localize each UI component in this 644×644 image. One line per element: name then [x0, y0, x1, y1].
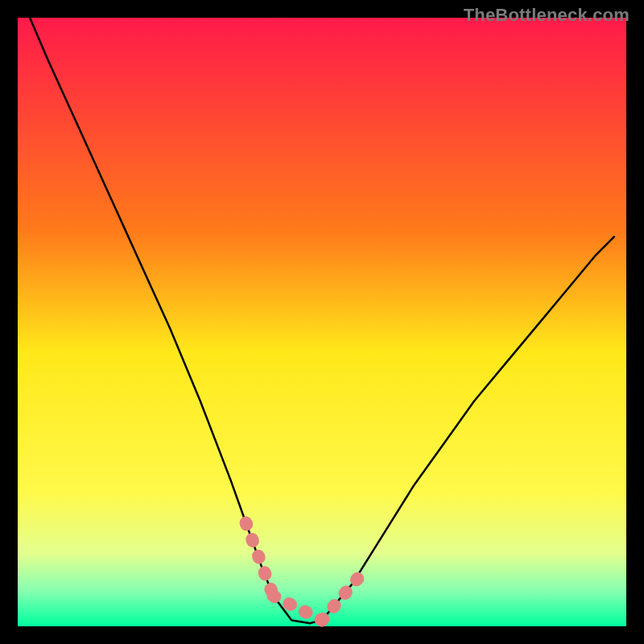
plot-background: [18, 18, 626, 626]
watermark-text: TheBottleneck.com: [464, 5, 630, 26]
chart-container: TheBottleneck.com: [0, 0, 644, 644]
bottleneck-chart-svg: [0, 0, 644, 644]
